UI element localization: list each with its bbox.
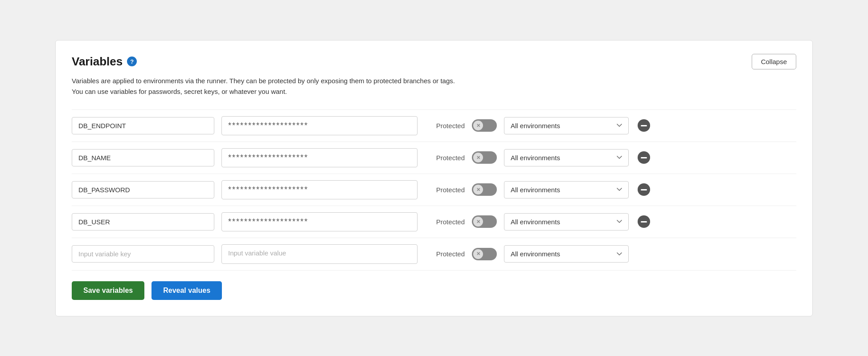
new-variable-row: Protected ✕ All environments Production …: [72, 238, 796, 271]
new-toggle[interactable]: ✕: [472, 248, 497, 260]
variable-row: Protected ✕ All environments Production …: [72, 109, 796, 142]
toggle-wrapper-1[interactable]: ✕: [472, 151, 497, 164]
toggle-3[interactable]: ✕: [472, 215, 497, 228]
variable-row: Protected ✕ All environments Production …: [72, 142, 796, 174]
toggle-x-icon: ✕: [476, 251, 480, 257]
key-input-2[interactable]: [72, 181, 214, 198]
toggle-wrapper-2[interactable]: ✕: [472, 183, 497, 196]
minus-icon: [641, 221, 647, 222]
variable-row: Protected ✕ All environments Production …: [72, 206, 796, 238]
env-select-2[interactable]: All environments Production Staging Deve…: [504, 181, 629, 198]
env-select-3[interactable]: All environments Production Staging Deve…: [504, 213, 629, 231]
new-key-input[interactable]: [72, 245, 214, 263]
panel-header: Variables ? Collapse: [72, 54, 796, 69]
reveal-values-button[interactable]: Reveal values: [151, 281, 222, 300]
protected-label-0: Protected: [425, 122, 465, 129]
key-input-1[interactable]: [72, 149, 214, 166]
toggle-x-icon: ✕: [476, 155, 480, 161]
key-input-0[interactable]: [72, 117, 214, 134]
protected-label-3: Protected: [425, 218, 465, 226]
save-variables-button[interactable]: Save variables: [72, 281, 144, 300]
toggle-knob-3: ✕: [473, 217, 483, 227]
protected-label-2: Protected: [425, 186, 465, 194]
toggle-x-icon: ✕: [476, 187, 480, 193]
collapse-button[interactable]: Collapse: [752, 54, 796, 69]
variables-list: Protected ✕ All environments Production …: [72, 109, 796, 238]
remove-button-1[interactable]: [638, 151, 650, 164]
footer-buttons: Save variables Reveal values: [72, 281, 796, 300]
toggle-knob-2: ✕: [473, 185, 483, 194]
new-toggle-knob: ✕: [473, 249, 483, 259]
value-input-3[interactable]: [221, 212, 418, 231]
remove-button-3[interactable]: [638, 215, 650, 228]
minus-icon: [641, 157, 647, 158]
toggle-2[interactable]: ✕: [472, 183, 497, 196]
env-select-1[interactable]: All environments Production Staging Deve…: [504, 149, 629, 166]
description: Variables are applied to environments vi…: [72, 76, 796, 97]
new-toggle-wrapper[interactable]: ✕: [472, 248, 497, 260]
value-input-1[interactable]: [221, 148, 418, 167]
toggle-wrapper-3[interactable]: ✕: [472, 215, 497, 228]
env-select-0[interactable]: All environments Production Staging Deve…: [504, 117, 629, 134]
variables-panel: Variables ? Collapse Variables are appli…: [55, 40, 813, 316]
toggle-1[interactable]: ✕: [472, 151, 497, 164]
remove-button-0[interactable]: [638, 119, 650, 132]
page-title: Variables: [72, 55, 123, 69]
toggle-x-icon: ✕: [476, 123, 480, 129]
remove-button-2[interactable]: [638, 183, 650, 196]
value-input-2[interactable]: [221, 180, 418, 199]
toggle-x-icon: ✕: [476, 219, 480, 225]
minus-icon: [641, 189, 647, 190]
title-area: Variables ?: [72, 55, 137, 69]
variable-row: Protected ✕ All environments Production …: [72, 174, 796, 206]
help-icon[interactable]: ?: [127, 57, 137, 66]
key-input-3[interactable]: [72, 213, 214, 231]
protected-label-1: Protected: [425, 154, 465, 162]
toggle-knob-0: ✕: [473, 121, 483, 130]
new-value-input[interactable]: [221, 244, 418, 264]
new-env-select[interactable]: All environments Production Staging Deve…: [504, 245, 629, 263]
toggle-0[interactable]: ✕: [472, 119, 497, 132]
value-input-0[interactable]: [221, 116, 418, 135]
minus-icon: [641, 125, 647, 126]
toggle-wrapper-0[interactable]: ✕: [472, 119, 497, 132]
toggle-knob-1: ✕: [473, 153, 483, 162]
new-protected-label: Protected: [425, 250, 465, 258]
